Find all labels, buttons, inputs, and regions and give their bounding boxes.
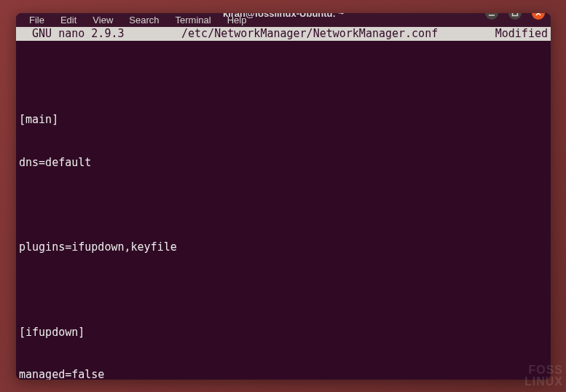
editor-line: [ifupdown] (19, 326, 548, 340)
editor-line (19, 283, 548, 297)
terminal-window: kiran@fosslinux-Ubuntu: ~ File Edit View… (16, 13, 551, 380)
menu-view[interactable]: View (85, 13, 120, 27)
editor-content[interactable]: [main] dns=default plugins=ifupdown,keyf… (16, 41, 551, 380)
nano-file-path: /etc/NetworkManager/NetworkManager.conf (125, 27, 495, 42)
maximize-button[interactable] (508, 13, 522, 20)
window-title: kiran@fosslinux-Ubuntu: ~ (223, 13, 344, 19)
watermark-line2: LINUX (524, 376, 563, 388)
close-button[interactable] (532, 13, 545, 20)
editor-line: plugins=ifupdown,keyfile (19, 240, 548, 255)
svg-rect-1 (513, 13, 518, 16)
maximize-icon (511, 13, 519, 17)
window-controls (485, 13, 545, 20)
minimize-button[interactable] (485, 13, 498, 20)
editor-line: [main] (19, 113, 548, 128)
editor-line: dns=default (19, 156, 548, 170)
nano-app-name: GNU nano 2.9.3 (19, 27, 125, 42)
menu-edit[interactable]: Edit (53, 13, 84, 27)
menu-file[interactable]: File (22, 13, 52, 27)
menu-search[interactable]: Search (122, 13, 166, 27)
watermark-line1: FOSS (524, 364, 563, 376)
editor-line (19, 198, 548, 212)
close-icon (535, 13, 542, 17)
minimize-icon (488, 13, 495, 17)
nano-modified-status: Modified (495, 27, 548, 42)
editor-line (19, 71, 548, 85)
nano-header: GNU nano 2.9.3 /etc/NetworkManager/Netwo… (16, 27, 551, 41)
terminal-area[interactable]: GNU nano 2.9.3 /etc/NetworkManager/Netwo… (16, 27, 551, 380)
menu-terminal[interactable]: Terminal (168, 13, 219, 27)
watermark: FOSS LINUX (524, 364, 563, 388)
editor-line: managed=false (19, 368, 548, 380)
